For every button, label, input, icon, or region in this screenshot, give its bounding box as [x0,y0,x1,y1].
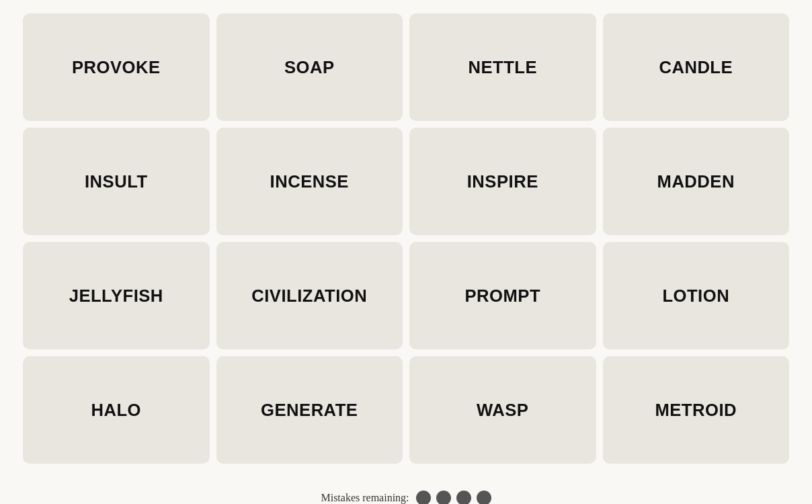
word-label-civilization: CIVILIZATION [251,286,367,306]
word-card-wasp[interactable]: WASP [409,356,596,464]
word-label-prompt: PROMPT [464,286,540,306]
word-card-metroid[interactable]: METROID [603,356,790,464]
word-card-madden[interactable]: MADDEN [603,128,790,235]
word-card-prompt[interactable]: PROMPT [409,242,596,349]
mistakes-area: Mistakes remaining: [321,491,491,504]
word-card-halo[interactable]: HALO [23,356,210,464]
word-card-soap[interactable]: SOAP [216,13,403,121]
word-label-provoke: PROVOKE [72,58,161,77]
word-card-lotion[interactable]: LOTION [603,242,790,349]
word-label-wasp: WASP [477,401,528,420]
word-label-incense: INCENSE [270,172,349,192]
word-label-soap: SOAP [284,58,335,77]
word-grid: PROVOKESOAPNETTLECANDLEINSULTINCENSEINSP… [23,13,789,464]
word-label-jellyfish: JELLYFISH [69,286,163,306]
word-label-inspire: INSPIRE [467,172,538,192]
word-card-inspire[interactable]: INSPIRE [409,128,596,235]
word-label-insult: INSULT [85,172,148,192]
mistake-dot-3 [456,491,471,504]
word-label-halo: HALO [91,401,141,420]
word-label-generate: GENERATE [261,401,358,420]
word-label-lotion: LOTION [662,286,729,306]
word-label-candle: CANDLE [659,58,733,77]
mistakes-label: Mistakes remaining: [321,492,409,504]
word-card-provoke[interactable]: PROVOKE [23,13,210,121]
mistake-dot-4 [477,491,491,504]
mistake-dot-1 [416,491,431,504]
word-card-civilization[interactable]: CIVILIZATION [216,242,403,349]
word-label-madden: MADDEN [657,172,735,192]
word-card-insult[interactable]: INSULT [23,128,210,235]
word-label-nettle: NETTLE [468,58,537,77]
mistakes-dots [416,491,491,504]
mistake-dot-2 [436,491,451,504]
word-card-candle[interactable]: CANDLE [603,13,790,121]
word-card-generate[interactable]: GENERATE [216,356,403,464]
word-label-metroid: METROID [655,401,737,420]
word-card-jellyfish[interactable]: JELLYFISH [23,242,210,349]
word-card-nettle[interactable]: NETTLE [409,13,596,121]
word-card-incense[interactable]: INCENSE [216,128,403,235]
